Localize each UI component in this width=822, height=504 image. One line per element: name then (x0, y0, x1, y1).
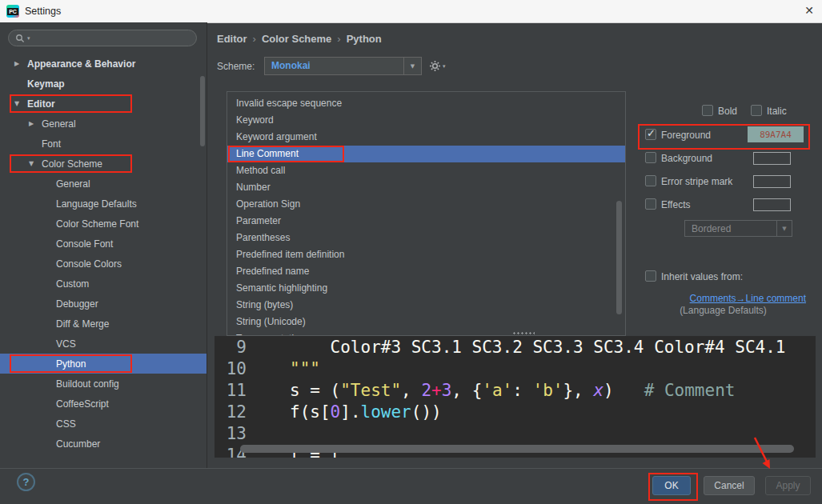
tree-item-console-colors[interactable]: Console Colors (0, 254, 207, 274)
element-list: Invalid escape sequenceKeywordKeyword ar… (227, 91, 626, 336)
search-input[interactable]: ▾ (8, 30, 197, 46)
tree-item-vcs[interactable]: VCS (0, 334, 207, 354)
code-token: }, (563, 381, 593, 400)
search-history-dropdown-icon[interactable]: ▾ (27, 35, 30, 42)
background-label: Background (661, 153, 712, 164)
element-item-string-unicode[interactable]: String (Unicode) (227, 314, 625, 330)
bold-checkbox[interactable] (702, 105, 713, 116)
breadcrumb-item-editor[interactable]: Editor (217, 33, 247, 45)
tree-item-label: Custom (56, 278, 89, 290)
tree-item-label: Diff & Merge (56, 318, 109, 330)
tree-item-font[interactable]: Font (0, 134, 207, 154)
element-list-items: Invalid escape sequenceKeywordKeyword ar… (227, 95, 625, 336)
help-button[interactable]: ? (17, 473, 35, 491)
tree-item-editor[interactable]: ▼Editor (0, 94, 207, 114)
element-item-parentheses[interactable]: Parentheses (227, 230, 625, 246)
breadcrumb-item-python[interactable]: Python (347, 33, 382, 45)
effects-checkbox[interactable] (645, 198, 656, 210)
element-item-keyword[interactable]: Keyword (227, 112, 625, 129)
effects-style-select[interactable]: Bordered ▼ (684, 220, 792, 237)
tree-item-general[interactable]: ▶General (0, 114, 207, 134)
foreground-color-swatch[interactable]: 89A7A4 (748, 126, 804, 142)
inherit-checkbox[interactable] (645, 270, 656, 282)
element-item-predefined-item-definition[interactable]: Predefined item definition (227, 246, 625, 263)
element-item-type-annotations[interactable]: Type annotations (227, 330, 625, 336)
code-line-content: f(s[0].lower()) (247, 402, 442, 423)
sidebar-scrollbar[interactable] (200, 76, 205, 146)
effects-style-dropdown-button[interactable]: ▼ (776, 221, 792, 236)
line-number: 10 (215, 358, 247, 380)
background-color-swatch[interactable] (753, 152, 791, 165)
code-line-content (247, 423, 290, 445)
tree-item-diff-merge[interactable]: Diff & Merge (0, 314, 207, 334)
element-item-line-comment[interactable]: Line Comment (227, 146, 625, 162)
inherit-source-note: (Language Defaults) (640, 305, 806, 316)
element-list-scrollbar[interactable] (616, 201, 622, 314)
scheme-dropdown-button[interactable]: ▼ (403, 58, 421, 74)
tree-item-general[interactable]: General (0, 174, 207, 194)
inherit-label: Inherit values from: (661, 271, 743, 282)
titlebar: PC Settings ✕ (0, 0, 822, 23)
splitter-grip[interactable] (512, 331, 535, 336)
element-item-predefined-name[interactable]: Predefined name (227, 263, 625, 280)
element-item-keyword-argument[interactable]: Keyword argument (227, 129, 625, 146)
close-icon[interactable]: ✕ (804, 4, 814, 17)
cancel-button[interactable]: Cancel (704, 476, 755, 495)
chevron-expanded-icon[interactable]: ▼ (29, 160, 42, 167)
ok-button[interactable]: OK (652, 476, 691, 495)
element-item-parameter[interactable]: Parameter (227, 213, 625, 230)
element-item-method-call[interactable]: Method call (227, 162, 625, 179)
preview-horizontal-scrollbar[interactable] (240, 445, 794, 453)
italic-checkbox[interactable] (751, 105, 762, 116)
breadcrumb: Editor›Color Scheme›Python (217, 33, 382, 45)
code-token: : (512, 381, 532, 400)
effects-color-swatch[interactable] (753, 198, 791, 211)
chevron-down-icon: ▼ (782, 226, 786, 232)
tree-item-console-font[interactable]: Console Font (0, 234, 207, 254)
apply-button: Apply (765, 476, 811, 495)
chevron-down-icon: ▼ (411, 63, 415, 70)
tree-item-cucumber[interactable]: Cucumber (0, 434, 207, 454)
tree-item-keymap[interactable]: Keymap (0, 74, 207, 94)
tree-item-css[interactable]: CSS (0, 414, 207, 434)
bold-label: Bold (718, 106, 737, 117)
tree-item-debugger[interactable]: Debugger (0, 294, 207, 314)
tree-item-custom[interactable]: Custom (0, 274, 207, 294)
sidebar: ▾ ▶Appearance & BehaviorKeymap▼Editor▶Ge… (0, 22, 207, 469)
tree-item-appearance-behavior[interactable]: ▶Appearance & Behavior (0, 54, 207, 74)
code-line: 9 Color#3 SC3.1 SC3.2 SC3.3 SC3.4 Color#… (215, 337, 816, 358)
element-item-number[interactable]: Number (227, 179, 625, 196)
breadcrumb-separator: › (253, 33, 256, 45)
element-item-string-bytes[interactable]: String (bytes) (227, 297, 625, 314)
code-token: , (401, 381, 421, 400)
code-token: lower (361, 402, 411, 422)
tree-item-python[interactable]: Python (0, 354, 207, 374)
breadcrumb-item-color-scheme[interactable]: Color Scheme (262, 33, 331, 45)
error-stripe-color-swatch[interactable] (753, 175, 791, 188)
code-line-content: Color#3 SC3.1 SC3.2 SC3.3 SC3.4 Color#4 … (247, 337, 786, 358)
tree-item-buildout-config[interactable]: Buildout config (0, 374, 207, 394)
tree-item-label: Keymap (27, 78, 65, 90)
error-stripe-checkbox[interactable] (645, 175, 656, 186)
element-item-invalid-escape-sequence[interactable]: Invalid escape sequence (227, 95, 625, 112)
effects-style-value: Bordered (692, 223, 731, 234)
chevron-expanded-icon[interactable]: ▼ (14, 100, 27, 107)
chevron-down-icon: ▾ (443, 63, 446, 70)
inherit-source-link[interactable]: Comments→Line comment (640, 293, 806, 304)
tree-item-coffeescript[interactable]: CoffeeScript (0, 394, 207, 414)
chevron-collapsed-icon[interactable]: ▶ (14, 60, 27, 67)
scheme-select[interactable]: Monokai ▼ (264, 57, 422, 75)
code-token: f(s[ (290, 402, 331, 422)
pycharm-icon-label: PC (7, 8, 18, 15)
tree-item-language-defaults[interactable]: Language Defaults (0, 194, 207, 214)
element-item-operation-sign[interactable]: Operation Sign (227, 196, 625, 213)
tree-item-color-scheme[interactable]: ▼Color Scheme (0, 154, 207, 174)
code-token: 0 (331, 402, 341, 422)
chevron-collapsed-icon[interactable]: ▶ (29, 120, 42, 127)
tree-item-color-scheme-font[interactable]: Color Scheme Font (0, 214, 207, 234)
element-item-semantic-highlighting[interactable]: Semantic highlighting (227, 280, 625, 297)
foreground-checkbox[interactable] (645, 129, 656, 140)
background-checkbox[interactable] (645, 152, 656, 163)
scheme-actions-button[interactable]: ▾ (429, 60, 446, 72)
line-number: 11 (215, 380, 247, 402)
